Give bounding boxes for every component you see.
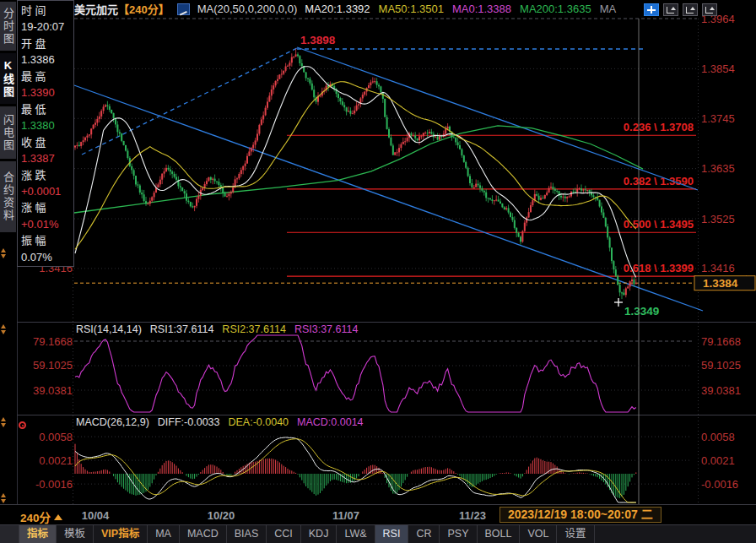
chart-label: 1.3416 — [701, 262, 735, 274]
info-row-value: +0.01% — [21, 216, 73, 232]
x-axis-scale-button[interactable] — [683, 3, 698, 16]
panel-splitter-handle[interactable] — [0, 324, 8, 334]
chart-label: 79.1668 — [33, 335, 73, 348]
ma-value-label: MA200:1.3635 — [520, 3, 591, 15]
panel-splitter-handle[interactable] — [0, 248, 8, 258]
toolbar-button-RSI[interactable]: RSI — [375, 525, 409, 543]
info-row-value: 1.3390 — [21, 84, 73, 100]
ma-value-label: MA20:1.3392 — [305, 3, 370, 15]
panel-splitter-handle[interactable] — [0, 417, 8, 427]
crosshair-tool-button[interactable] — [644, 3, 659, 16]
rsi-header: RSI(14,14,14)RSI1:37.6114RSI2:37.6114RSI… — [76, 323, 358, 335]
info-row-value: 1.3380 — [21, 117, 73, 133]
chart-label: 39.0381 — [33, 384, 73, 397]
chart-tools — [644, 3, 717, 16]
chart-label: 0.500 \ 1.3495 — [624, 218, 694, 231]
date-tick-label: 11/07 — [332, 509, 359, 522]
ma-value-label: MA0:1.3388 — [452, 3, 511, 15]
indicator-header-label: RSI1:37.6114 — [150, 323, 214, 335]
chart-label: 0.0021 — [701, 454, 735, 467]
toolbar-button-设置[interactable]: 设置 — [557, 525, 594, 543]
toolbar-corner — [0, 525, 19, 543]
toolbar-button-KDJ[interactable]: KDJ — [301, 525, 338, 543]
chart-label: 0.0021 — [39, 454, 73, 467]
indicator-header-label: RSI2:37.6114 — [222, 323, 286, 335]
chart-canvas[interactable]: 1.39641.38541.37451.36351.35251.34161.34… — [0, 0, 756, 543]
toolbar-button-MA[interactable]: MA — [148, 525, 180, 543]
chart-label: 1.3525 — [701, 213, 735, 225]
date-tick-label: 10/20 — [208, 509, 235, 522]
y-axis-scale-button[interactable] — [663, 3, 678, 16]
toolbar-button-VIP指标[interactable]: VIP指标 — [94, 525, 148, 543]
toolbar-button-模板[interactable]: 模板 — [57, 525, 94, 543]
chart-type-icon[interactable] — [177, 3, 190, 15]
chart-label: 1.3384 — [703, 277, 738, 290]
sidebar-tab-item[interactable]: 合约资料 — [0, 161, 16, 232]
crosshair-date-badge: 2023/12/19 18:00~20:07 二 — [500, 507, 662, 523]
date-tick-label: 11/23 — [459, 509, 486, 522]
triangle-up-icon — [54, 514, 62, 520]
info-row-value: 1.3386 — [21, 52, 73, 68]
indicator-header-label: MACD(26,12,9) — [76, 416, 149, 428]
quote-info-panel: 时 间19-20:07开 盘1.3386最 高1.3390最 低1.3380收 … — [17, 0, 74, 267]
info-row-value: +0.0001 — [21, 183, 73, 199]
indicator-header-label: RSI3:37.6114 — [294, 323, 359, 335]
time-axis: 240分 10/0410/2011/0711/23 2023/12/19 18:… — [0, 504, 756, 525]
toolbar-button-VOL[interactable]: VOL — [520, 525, 557, 543]
chart-label: 79.1668 — [701, 335, 741, 348]
chart-label: 1.3854 — [701, 62, 735, 75]
toolbar-button-MACD[interactable]: MACD — [180, 525, 227, 543]
date-tick-label: 10/04 — [82, 509, 110, 522]
info-row-label: 振 幅 — [21, 232, 73, 248]
indicator-header-label: RSI(14,14,14) — [76, 323, 142, 335]
chart-label: 0.382 \ 1.3590 — [624, 175, 694, 187]
chart-label: 0.0058 — [39, 431, 73, 443]
toolbar-button-BOLL[interactable]: BOLL — [478, 525, 521, 543]
ma-value-label: MA50:1.3501 — [379, 3, 444, 15]
info-row-label: 最 高 — [21, 68, 73, 84]
info-row-label: 时 间 — [21, 3, 73, 19]
chart-label: 39.0381 — [701, 384, 741, 397]
sidebar-tab-item[interactable]: 分时图 — [0, 2, 16, 51]
chart-label: 59.1025 — [33, 359, 73, 372]
period-selector-label: 240分 — [20, 508, 51, 525]
indicator-header-label: MACD:0.0014 — [297, 416, 364, 428]
chart-label: 59.1025 — [701, 359, 741, 372]
toolbar-button-指标[interactable]: 指标 — [19, 525, 57, 543]
indicator-header-label: DEA:-0.0040 — [228, 416, 289, 428]
macd-settings-icon[interactable] — [19, 421, 26, 429]
info-row-label: 收 盘 — [21, 134, 73, 150]
info-row-label: 涨 幅 — [21, 199, 73, 215]
toolbar-button-CR[interactable]: CR — [408, 525, 440, 543]
macd-header: MACD(26,12,9)DIFF:-0.0033DEA:-0.0040MACD… — [76, 416, 364, 428]
info-row-label: 开 盘 — [21, 35, 73, 52]
chart-label: 1.3635 — [701, 162, 735, 175]
chart-label: -0.0016 — [35, 478, 73, 491]
ma-value-label: MA — [600, 3, 617, 15]
toolbar-button-BIAS[interactable]: BIAS — [227, 525, 267, 543]
trading-app-window: 1.39641.38541.37451.36351.35251.34161.34… — [0, 0, 756, 543]
info-row-value: 1.3387 — [21, 150, 73, 166]
toolbar-button-LW&[interactable]: LW& — [337, 525, 375, 543]
panel-splitter-handle[interactable] — [0, 493, 8, 503]
indicator-toolbar: 指标模板VIP指标MAMACDBIASCCIKDJLW&RSICRPSYBOLL… — [0, 525, 756, 543]
chart-label: -0.0016 — [701, 478, 738, 491]
indicator-header-label: DIFF:-0.0033 — [158, 416, 220, 428]
symbol-title: 美元加元 — [74, 1, 118, 17]
chart-label: 1.3349 — [624, 305, 659, 318]
toolbar-button-CCI[interactable]: CCI — [267, 525, 301, 543]
info-row-value: 0.07% — [21, 249, 73, 265]
sidebar-tab-active[interactable]: K线图 — [0, 53, 16, 104]
chart-label: 0.236 \ 1.3708 — [624, 121, 694, 133]
shift-axis-button[interactable] — [702, 3, 717, 16]
chart-label: 1.3898 — [300, 34, 336, 46]
toolbar-button-PSY[interactable]: PSY — [440, 525, 477, 543]
info-row-label: 涨 跌 — [21, 167, 73, 183]
period-selector[interactable]: 240分 — [20, 508, 62, 525]
toolbar-items: 指标模板VIP指标MAMACDBIASCCIKDJLW&RSICRPSYBOLL… — [19, 525, 595, 543]
chart-label: 1.3745 — [701, 112, 735, 125]
chart-header: 美元加元 【240分】 MA(20,50,0,200,0,0) MA20:1.3… — [74, 0, 616, 18]
chart-label: 0.0058 — [701, 431, 735, 443]
ma-settings-label: MA(20,50,0,200,0,0) — [197, 3, 298, 15]
sidebar-tab-item[interactable]: 闪电图 — [0, 106, 16, 159]
